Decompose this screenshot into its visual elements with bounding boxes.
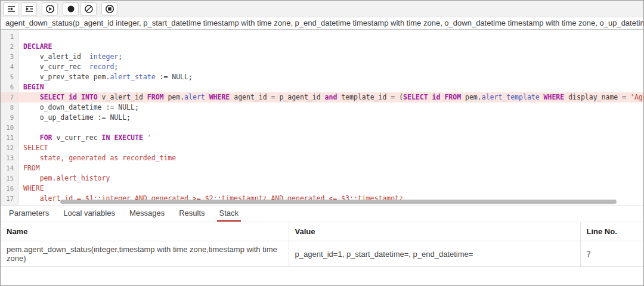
code-editor[interactable]: 12DECLARE3 v_alert_id integer;4 v_curr_r…	[1, 30, 643, 206]
line-number: 8	[1, 102, 18, 113]
code-text: state, generated as recorded_time	[18, 153, 643, 163]
code-line: 16WHERE	[1, 184, 643, 194]
line-number: 3	[1, 52, 18, 62]
stop-circle-icon	[105, 4, 114, 14]
play-circle-icon	[45, 4, 55, 14]
clear-breakpoints-icon	[84, 4, 94, 14]
debugger-window: agent_down_status(p_agent_id integer, p_…	[0, 0, 644, 286]
stop-button-group	[101, 2, 117, 15]
line-number: 5	[1, 72, 18, 82]
code-text: o_down_datetime := NULL;	[18, 102, 643, 113]
step-into-button[interactable]	[3, 2, 19, 15]
code-line: 8 o_down_datetime := NULL;	[1, 102, 643, 113]
stack-column-header: Line No.	[580, 222, 643, 241]
code-line: 3 v_alert_id integer;	[1, 52, 643, 62]
code-text	[18, 32, 643, 42]
line-number: 11	[1, 133, 18, 143]
line-number: 14	[1, 163, 18, 173]
continue-button[interactable]	[42, 2, 58, 15]
line-number: 9	[1, 113, 18, 123]
tab-messages[interactable]: Messages	[127, 206, 167, 222]
step-over-button[interactable]	[21, 2, 37, 15]
stack-cell: pem.agent_down_status(integer,timestamp …	[1, 241, 289, 267]
line-number: 6	[1, 82, 18, 92]
code-text: BEGIN	[18, 82, 643, 92]
function-signature: agent_down_status(p_agent_id integer, p_…	[1, 17, 643, 30]
code-text: v_alert_id integer;	[18, 52, 643, 62]
breakpoint-button-group	[63, 2, 97, 15]
code-text: FOR v_curr_rec IN EXECUTE '	[18, 133, 643, 143]
stack-table: NameValueLine No. pem.agent_down_status(…	[1, 222, 643, 267]
stack-header-row: NameValueLine No.	[1, 222, 643, 241]
code-text: SELECT id INTO v_alert_id FROM pem.alert…	[18, 92, 643, 102]
tab-local-variables[interactable]: Local variables	[61, 206, 117, 222]
line-number: 10	[1, 123, 18, 133]
code-line: 1	[1, 32, 643, 42]
line-number: 7	[1, 92, 18, 102]
code-text: o_up_datetime := NULL;	[18, 113, 643, 123]
debugger-tabbar: ParametersLocal variablesMessagesResults…	[1, 206, 643, 222]
stack-frame-row[interactable]: pem.agent_down_status(integer,timestamp …	[1, 241, 643, 267]
horizontal-scrollbar[interactable]	[60, 200, 617, 204]
line-number: 16	[1, 184, 18, 194]
code-line: 12SELECT	[1, 143, 643, 153]
tab-stack[interactable]: Stack	[217, 206, 242, 222]
code-text: DECLARE	[18, 42, 643, 52]
code-line: 4 v_curr_rec record;	[1, 62, 643, 72]
code-line: 13 state, generated as recorded_time	[1, 153, 643, 163]
code-text: FROM	[18, 163, 643, 173]
code-line: 15 pem.alert_history	[1, 173, 643, 184]
code-text: v_prev_state pem.alert_state := NULL;	[18, 72, 643, 82]
toggle-breakpoint-button[interactable]	[63, 2, 79, 15]
code-text	[18, 123, 643, 133]
code-line: 5 v_prev_state pem.alert_state := NULL;	[1, 72, 643, 82]
step-into-icon	[7, 5, 16, 13]
line-number: 1	[1, 32, 18, 42]
code-line: 10	[1, 123, 643, 133]
continue-button-group	[42, 2, 58, 15]
line-number: 13	[1, 153, 18, 163]
code-text: pem.alert_history	[18, 173, 643, 184]
stack-cell: p_agent_id=1, p_start_datetime=, p_end_d…	[289, 241, 580, 267]
code-line: 2DECLARE	[1, 42, 643, 52]
debugger-toolbar	[1, 1, 643, 17]
stack-cell: 7	[580, 241, 643, 267]
stack-column-header: Value	[289, 222, 580, 241]
code-line: 6BEGIN	[1, 82, 643, 92]
stop-button[interactable]	[101, 2, 117, 15]
tab-results[interactable]: Results	[177, 206, 207, 222]
code-text: WHERE	[18, 184, 643, 194]
code-line: 9 o_up_datetime := NULL;	[1, 113, 643, 123]
line-number: 2	[1, 42, 18, 52]
line-number: 4	[1, 62, 18, 72]
code-line: 11 FOR v_curr_rec IN EXECUTE '	[1, 133, 643, 143]
tab-parameters[interactable]: Parameters	[7, 206, 51, 222]
step-over-icon	[25, 5, 33, 13]
clear-all-breakpoints-button[interactable]	[80, 2, 97, 15]
code-text: v_curr_rec record;	[18, 62, 643, 72]
line-number: 12	[1, 143, 18, 153]
stack-table-body: pem.agent_down_status(integer,timestamp …	[1, 241, 643, 267]
code-line: 7 SELECT id INTO v_alert_id FROM pem.ale…	[1, 92, 643, 102]
breakpoint-icon	[66, 4, 76, 14]
line-number: 17	[1, 194, 18, 204]
step-button-group	[3, 2, 37, 15]
code-area: 12DECLARE3 v_alert_id integer;4 v_curr_r…	[1, 32, 643, 204]
code-text: SELECT	[18, 143, 643, 153]
code-line: 14FROM	[1, 163, 643, 173]
line-number: 15	[1, 173, 18, 184]
stack-column-header: Name	[1, 222, 289, 241]
